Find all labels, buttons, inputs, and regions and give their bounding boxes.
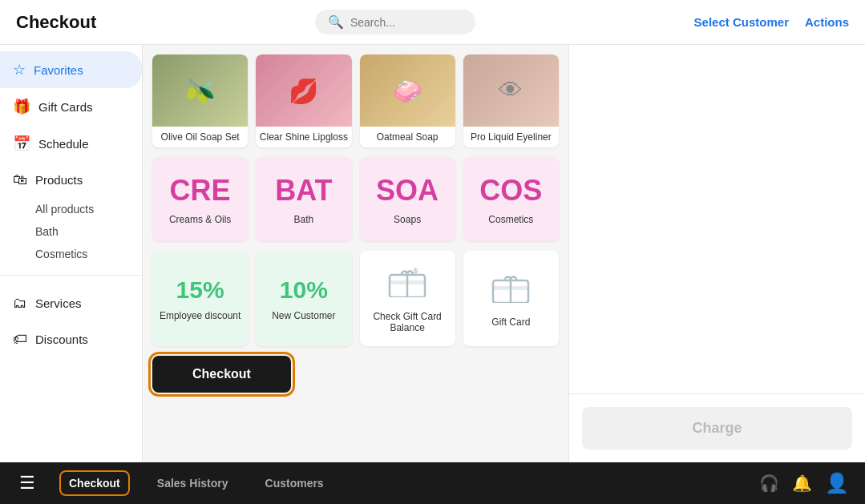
app-container: Checkout 🔍 Select Customer Actions ☆ Fav… (0, 0, 865, 504)
user-avatar[interactable]: 👤 (825, 472, 849, 494)
sidebar-sub-cosmetics[interactable]: Cosmetics (0, 243, 142, 265)
category-abbr-cre: CRE (170, 174, 231, 208)
services-icon: 🗂 (13, 295, 27, 312)
sidebar-item-products-label: Products (35, 173, 83, 187)
discount-label-employee: Employee discount (160, 310, 241, 321)
gift-card-check-balance[interactable]: $ Check Gift Card Balance (360, 251, 455, 346)
actions-link[interactable]: Actions (805, 15, 849, 29)
select-customer-link[interactable]: Select Customer (694, 15, 789, 29)
category-card-bat[interactable]: BAT Bath (256, 157, 351, 241)
sidebar-top-section: ☆ Favorites 🎁 Gift Cards 📅 Schedule 🛍 Pr… (0, 45, 142, 272)
gift-card-check-label: Check Gift Card Balance (366, 311, 449, 333)
product-card-olive-oil-soap[interactable]: 🫒 Olive Oil Soap Set (152, 54, 248, 147)
sidebar-divider (0, 275, 142, 276)
main-content: ☆ Favorites 🎁 Gift Cards 📅 Schedule 🛍 Pr… (0, 45, 865, 462)
gift-card-label: Gift Card (491, 317, 530, 328)
bag-icon: 🛍 (13, 171, 27, 188)
right-panel-top (569, 45, 865, 393)
star-icon: ☆ (13, 61, 26, 79)
notification-icon[interactable]: 🔔 (792, 474, 812, 493)
nav-tab-customers[interactable]: Customers (259, 474, 330, 493)
top-bar: Checkout 🔍 Select Customer Actions (0, 0, 865, 45)
category-label-bat: Bath (294, 214, 314, 225)
sidebar-item-schedule[interactable]: 📅 Schedule (0, 125, 142, 162)
discount-card-new-customer[interactable]: 10% New Customer (256, 251, 351, 346)
gift-card-icon (491, 269, 531, 310)
sidebar-sub-all-products[interactable]: All products (0, 198, 142, 220)
sidebar-item-gift-cards[interactable]: 🎁 Gift Cards (0, 88, 142, 125)
gift-card-check-icon: $ (387, 264, 427, 304)
discount-card-employee[interactable]: 15% Employee discount (152, 251, 248, 346)
sidebar-item-services-label: Services (35, 296, 82, 310)
product-label-eyeliner: Pro Liquid Eyeliner (463, 127, 559, 147)
product-image-lipgloss: 💋 (256, 54, 351, 127)
checkout-button-area: Checkout (152, 356, 559, 399)
sidebar-item-discounts-label: Discounts (35, 333, 88, 346)
category-abbr-soa: SOA (376, 174, 439, 208)
charge-button: Charge (582, 407, 852, 450)
discount-pct-new-customer: 10% (280, 276, 328, 304)
sidebar-item-products[interactable]: 🛍 Products (0, 162, 142, 198)
product-card-eyeliner[interactable]: 👁 Pro Liquid Eyeliner (463, 54, 559, 147)
svg-text:$: $ (414, 267, 418, 275)
bottom-nav: ☰ Checkout Sales History Customers 🎧 🔔 👤 (0, 462, 865, 504)
sidebar-item-services[interactable]: 🗂 Services (0, 285, 142, 321)
right-panel: Charge (568, 45, 865, 462)
category-grid: CRE Creams & Oils BAT Bath SOA Soaps COS… (152, 157, 559, 241)
calendar-icon: 📅 (13, 135, 30, 152)
category-label-cre: Creams & Oils (169, 214, 231, 225)
category-card-cos[interactable]: COS Cosmetics (463, 157, 559, 241)
hamburger-menu-icon[interactable]: ☰ (16, 470, 38, 497)
product-image-eyeliner: 👁 (463, 54, 559, 127)
top-bar-right: Select Customer Actions (694, 15, 849, 29)
product-image-oatmeal: 🧼 (360, 54, 455, 127)
sidebar-sub-bath[interactable]: Bath (0, 220, 142, 243)
category-abbr-cos: COS (479, 174, 542, 208)
sidebar-item-schedule-label: Schedule (38, 137, 89, 151)
category-abbr-bat: BAT (275, 174, 332, 208)
product-card-oatmeal-soap[interactable]: 🧼 Oatmeal Soap (360, 54, 455, 147)
charge-button-area: Charge (569, 393, 865, 462)
gift-icon: 🎁 (13, 98, 30, 115)
search-input[interactable] (350, 16, 463, 29)
search-box[interactable]: 🔍 (315, 10, 475, 34)
sidebar-item-gift-cards-label: Gift Cards (38, 100, 93, 114)
product-label-olive: Olive Oil Soap Set (152, 127, 248, 147)
search-icon: 🔍 (328, 14, 344, 30)
headset-icon[interactable]: 🎧 (759, 474, 779, 493)
nav-tab-sales-history[interactable]: Sales History (151, 474, 235, 493)
app-title: Checkout (16, 12, 96, 33)
bottom-nav-right: 🎧 🔔 👤 (759, 472, 849, 494)
product-card-lipgloss[interactable]: 💋 Clear Shine Lipgloss (256, 54, 351, 147)
category-card-soa[interactable]: SOA Soaps (360, 157, 455, 241)
featured-products-grid: 🫒 Olive Oil Soap Set 💋 Clear Shine Lipgl… (152, 54, 559, 147)
category-label-soa: Soaps (394, 214, 421, 225)
discounts-gift-grid: 15% Employee discount 10% New Customer (152, 251, 559, 346)
nav-tab-checkout[interactable]: Checkout (63, 474, 127, 493)
product-image-olive: 🫒 (152, 54, 248, 127)
sidebar-item-discounts[interactable]: 🏷 Discounts (0, 321, 142, 357)
sidebar-bottom-section: 🗂 Services 🏷 Discounts (0, 279, 142, 364)
category-card-cre[interactable]: CRE Creams & Oils (152, 157, 248, 241)
sidebar-item-favorites-label: Favorites (34, 63, 83, 77)
sidebar: ☆ Favorites 🎁 Gift Cards 📅 Schedule 🛍 Pr… (0, 45, 143, 462)
category-label-cos: Cosmetics (488, 214, 533, 225)
product-area: 🫒 Olive Oil Soap Set 💋 Clear Shine Lipgl… (143, 45, 568, 462)
discount-pct-employee: 15% (176, 276, 224, 304)
product-label-oatmeal: Oatmeal Soap (360, 127, 455, 147)
discount-icon: 🏷 (13, 331, 27, 348)
gift-card-card[interactable]: Gift Card (463, 251, 559, 346)
checkout-button[interactable]: Checkout (152, 356, 291, 393)
discount-label-new-customer: New Customer (272, 310, 335, 321)
sidebar-item-favorites[interactable]: ☆ Favorites (0, 51, 142, 88)
product-label-lipgloss: Clear Shine Lipgloss (256, 127, 351, 147)
